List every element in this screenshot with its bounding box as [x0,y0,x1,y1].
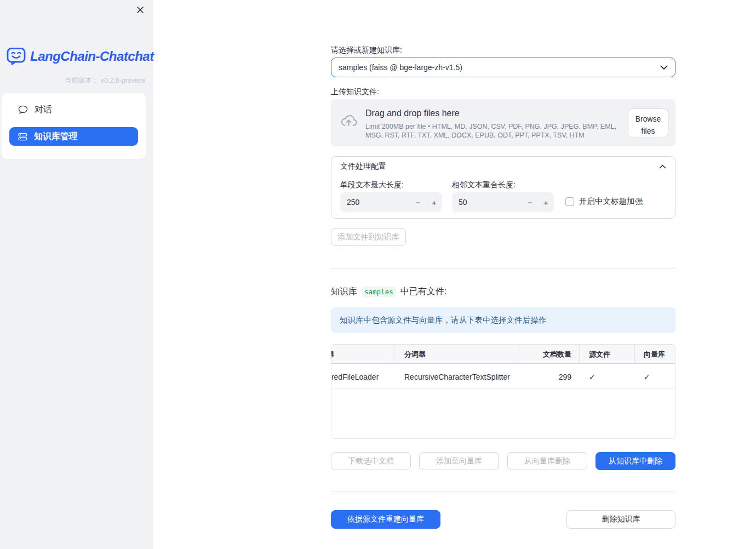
info-banner: 知识库中包含源文件与向量库，请从下表中选择文件后操作 [331,307,675,333]
zh-title-enhance-checkbox[interactable]: 开启中文标题加强 [565,196,643,207]
chatchat-logo-icon [7,47,26,66]
expander-title: 文件处理配置 [340,162,659,171]
column-divider [634,345,635,364]
file-config-expander: 文件处理配置 单段文本最大长度: 相邻文本重合长度: 250 − + 50 − … [331,156,675,219]
rebuild-vector-store-button[interactable]: 依据源文件重建向量库 [331,510,440,529]
column-header-loader[interactable]: 文档加载器 [331,345,334,364]
cell-source-file-check: ✓ [589,364,595,389]
checkbox-icon [565,197,574,206]
knowledge-base-icon [18,132,27,141]
kb-files-prefix: 知识库 [331,286,357,298]
kb-manage-buttons: 依据源文件重建向量库 删除知识库 [331,510,675,529]
chevron-up-icon [659,164,666,169]
chunk-size-increment-button[interactable]: + [426,192,442,212]
divider [331,491,675,492]
table-header-row: 文档加载器 分词器 文档数量 源文件 向量库 [331,345,675,364]
kb-files-table[interactable]: 文档加载器 分词器 文档数量 源文件 向量库 UnstructuredFileL… [331,344,675,439]
browse-files-button[interactable]: Browse files [628,108,668,138]
sidebar-item-label: 知识库管理 [34,131,78,142]
chunk-overlap-increment-button[interactable]: + [538,192,554,212]
kb-select-label: 请选择或新建知识库: [331,45,402,55]
version-label: 当前版本： v0.2.6-preview [65,76,145,85]
kb-files-heading: 知识库 samples 中已有文件: [331,286,446,298]
cell-doc-count: 299 [519,364,571,389]
add-to-vector-store-button[interactable]: 添加至向量库 [419,452,499,470]
upload-label: 上传知识文件: [331,87,379,97]
column-header-splitter[interactable]: 分词器 [404,345,426,364]
download-selected-docs-button[interactable]: 下载选中文档 [331,452,411,470]
chat-bubble-icon [18,105,28,115]
chunk-overlap-decrement-button[interactable]: − [522,192,538,212]
chunk-size-decrement-button[interactable]: − [410,192,426,212]
column-header-vector-store[interactable]: 向量库 [644,345,665,364]
table-row[interactable]: UnstructuredFileLoader RecursiveCharacte… [331,364,675,389]
kb-files-suffix: 中已有文件: [400,286,446,298]
delete-from-vector-store-button[interactable]: 从向量库删除 [507,452,587,470]
column-divider [394,345,394,364]
chunk-overlap-label: 相邻文本重合长度: [452,180,516,190]
sidebar-item-dialogue[interactable]: 对话 [9,100,138,119]
divider [331,268,675,269]
cell-splitter: RecursiveCharacterTextSplitter [404,364,510,389]
column-header-doc-count[interactable]: 文档数量 [519,345,571,364]
chunk-size-label: 单段文本最大长度: [340,180,404,190]
delete-kb-base-button[interactable]: 删除知识库 [566,510,675,529]
app-logo: LangChain-Chatchat [7,47,154,66]
sidebar-item-knowledge-base[interactable]: 知识库管理 [9,127,138,146]
delete-from-kb-button[interactable]: 从知识库中删除 [595,452,675,470]
column-header-source-file[interactable]: 源文件 [589,345,610,364]
sidebar-menu: 对话 知识库管理 [2,93,146,159]
cell-vector-store-check: ✓ [644,364,650,389]
sidebar-item-label: 对话 [35,104,52,116]
close-icon [136,5,145,14]
file-dropzone[interactable]: Drag and drop files here Limit 200MB per… [331,99,675,146]
column-divider [579,345,580,364]
expander-header[interactable]: 文件处理配置 [331,157,675,176]
kb-name-code: samples [362,287,396,297]
dropzone-limit-text: Limit 200MB per file • HTML, MD, JSON, C… [365,122,627,140]
chunk-overlap-value: 50 [459,192,467,212]
sidebar: LangChain-Chatchat 当前版本： v0.2.6-preview … [0,0,153,549]
cell-loader: UnstructuredFileLoader [331,364,379,389]
chunk-size-value: 250 [347,192,359,212]
app-window: LangChain-Chatchat 当前版本： v0.2.6-preview … [0,0,756,549]
dropzone-text: Drag and drop files here Limit 200MB per… [365,108,627,140]
main-content: 请选择或新建知识库: samples (faiss @ bge-large-zh… [331,0,675,549]
kb-select-dropdown[interactable]: samples (faiss @ bge-large-zh-v1.5) [331,58,675,77]
column-divider [519,345,519,364]
info-banner-text: 知识库中包含源文件与向量库，请从下表中选择文件后操作 [340,315,546,325]
cloud-upload-icon [340,113,358,127]
kb-select-value: samples (faiss @ bge-large-zh-v1.5) [339,63,660,72]
dropzone-title: Drag and drop files here [365,108,627,118]
chevron-down-icon [660,65,668,70]
zh-title-enhance-label: 开启中文标题加强 [579,196,643,207]
chunk-size-input[interactable]: 250 − + [340,192,442,212]
app-logo-text: LangChain-Chatchat [30,49,154,64]
chunk-overlap-input[interactable]: 50 − + [452,192,554,212]
table-action-buttons: 下载选中文档 添加至向量库 从向量库删除 从知识库中删除 [331,452,675,470]
sidebar-close-button[interactable] [134,3,147,16]
add-files-to-kb-button[interactable]: 添加文件到知识库 [331,228,406,246]
